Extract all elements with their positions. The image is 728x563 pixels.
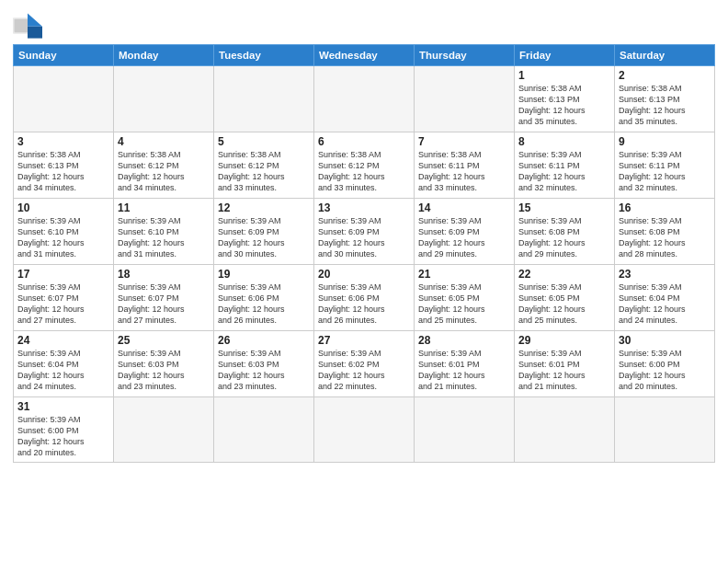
day-info: Sunrise: 5:39 AMSunset: 6:02 PMDaylight:… — [318, 348, 410, 393]
day-number: 14 — [418, 201, 510, 214]
calendar-cell: 1Sunrise: 5:38 AMSunset: 6:13 PMDaylight… — [515, 66, 615, 132]
calendar-cell — [314, 66, 415, 132]
day-number: 25 — [118, 334, 210, 347]
calendar-cell: 17Sunrise: 5:39 AMSunset: 6:07 PMDayligh… — [14, 265, 114, 331]
day-info: Sunrise: 5:39 AMSunset: 6:04 PMDaylight:… — [17, 348, 109, 393]
calendar-cell — [515, 397, 615, 463]
day-info: Sunrise: 5:38 AMSunset: 6:11 PMDaylight:… — [418, 149, 510, 194]
day-info: Sunrise: 5:39 AMSunset: 6:03 PMDaylight:… — [218, 348, 310, 393]
calendar-cell — [114, 397, 214, 463]
col-header-thursday: Thursday — [415, 45, 515, 66]
day-number: 21 — [418, 268, 510, 281]
calendar-cell: 12Sunrise: 5:39 AMSunset: 6:09 PMDayligh… — [214, 199, 314, 265]
calendar-cell: 23Sunrise: 5:39 AMSunset: 6:04 PMDayligh… — [615, 265, 715, 331]
day-number: 11 — [118, 201, 210, 214]
day-info: Sunrise: 5:39 AMSunset: 6:10 PMDaylight:… — [118, 215, 210, 260]
calendar-cell: 19Sunrise: 5:39 AMSunset: 6:06 PMDayligh… — [214, 265, 314, 331]
calendar-cell — [314, 397, 415, 463]
calendar-cell: 18Sunrise: 5:39 AMSunset: 6:07 PMDayligh… — [114, 265, 214, 331]
day-info: Sunrise: 5:39 AMSunset: 6:04 PMDaylight:… — [619, 282, 711, 327]
day-number: 10 — [17, 201, 109, 214]
calendar-cell — [415, 66, 515, 132]
calendar-cell: 6Sunrise: 5:38 AMSunset: 6:12 PMDaylight… — [314, 132, 415, 199]
svg-marker-3 — [28, 27, 42, 39]
day-number: 12 — [218, 201, 310, 214]
day-info: Sunrise: 5:39 AMSunset: 6:06 PMDaylight:… — [318, 282, 410, 327]
calendar-cell — [14, 66, 114, 132]
page: SundayMondayTuesdayWednesdayThursdayFrid… — [0, 0, 728, 472]
day-number: 3 — [17, 135, 109, 148]
day-info: Sunrise: 5:39 AMSunset: 6:01 PMDaylight:… — [418, 348, 510, 393]
calendar-cell: 2Sunrise: 5:38 AMSunset: 6:13 PMDaylight… — [615, 66, 715, 132]
day-info: Sunrise: 5:38 AMSunset: 6:12 PMDaylight:… — [218, 149, 310, 194]
svg-marker-2 — [28, 13, 42, 26]
calendar-cell: 13Sunrise: 5:39 AMSunset: 6:09 PMDayligh… — [314, 199, 415, 265]
day-info: Sunrise: 5:38 AMSunset: 6:13 PMDaylight:… — [619, 83, 711, 128]
day-info: Sunrise: 5:39 AMSunset: 6:08 PMDaylight:… — [518, 215, 610, 260]
calendar-row: 10Sunrise: 5:39 AMSunset: 6:10 PMDayligh… — [14, 199, 715, 265]
header — [13, 9, 715, 39]
day-info: Sunrise: 5:38 AMSunset: 6:12 PMDaylight:… — [318, 149, 410, 194]
calendar-cell — [415, 397, 515, 463]
calendar-cell: 4Sunrise: 5:38 AMSunset: 6:12 PMDaylight… — [114, 132, 214, 199]
calendar-header-row: SundayMondayTuesdayWednesdayThursdayFrid… — [14, 45, 715, 66]
col-header-wednesday: Wednesday — [314, 45, 415, 66]
day-number: 27 — [318, 334, 410, 347]
day-info: Sunrise: 5:39 AMSunset: 6:00 PMDaylight:… — [17, 414, 109, 459]
day-info: Sunrise: 5:39 AMSunset: 6:09 PMDaylight:… — [318, 215, 410, 260]
logo — [13, 13, 46, 39]
day-info: Sunrise: 5:39 AMSunset: 6:05 PMDaylight:… — [418, 282, 510, 327]
calendar-cell: 3Sunrise: 5:38 AMSunset: 6:13 PMDaylight… — [14, 132, 114, 199]
day-number: 16 — [619, 201, 711, 214]
day-info: Sunrise: 5:39 AMSunset: 6:06 PMDaylight:… — [218, 282, 310, 327]
day-info: Sunrise: 5:39 AMSunset: 6:07 PMDaylight:… — [118, 282, 210, 327]
calendar-cell — [114, 66, 214, 132]
day-number: 28 — [418, 334, 510, 347]
calendar-cell: 10Sunrise: 5:39 AMSunset: 6:10 PMDayligh… — [14, 199, 114, 265]
day-info: Sunrise: 5:39 AMSunset: 6:05 PMDaylight:… — [518, 282, 610, 327]
calendar-row: 24Sunrise: 5:39 AMSunset: 6:04 PMDayligh… — [14, 331, 715, 397]
day-number: 24 — [17, 334, 109, 347]
calendar-cell: 22Sunrise: 5:39 AMSunset: 6:05 PMDayligh… — [515, 265, 615, 331]
day-number: 13 — [318, 201, 410, 214]
calendar-cell: 11Sunrise: 5:39 AMSunset: 6:10 PMDayligh… — [114, 199, 214, 265]
day-number: 17 — [17, 268, 109, 281]
day-number: 22 — [518, 268, 610, 281]
day-info: Sunrise: 5:39 AMSunset: 6:08 PMDaylight:… — [619, 215, 711, 260]
day-number: 20 — [318, 268, 410, 281]
calendar-cell: 25Sunrise: 5:39 AMSunset: 6:03 PMDayligh… — [114, 331, 214, 397]
calendar-cell: 26Sunrise: 5:39 AMSunset: 6:03 PMDayligh… — [214, 331, 314, 397]
day-info: Sunrise: 5:39 AMSunset: 6:01 PMDaylight:… — [518, 348, 610, 393]
calendar-cell: 31Sunrise: 5:39 AMSunset: 6:00 PMDayligh… — [14, 397, 114, 463]
day-number: 9 — [619, 135, 711, 148]
day-info: Sunrise: 5:39 AMSunset: 6:09 PMDaylight:… — [418, 215, 510, 260]
day-info: Sunrise: 5:38 AMSunset: 6:13 PMDaylight:… — [17, 149, 109, 194]
day-info: Sunrise: 5:39 AMSunset: 6:03 PMDaylight:… — [118, 348, 210, 393]
day-number: 2 — [619, 69, 711, 82]
calendar-cell: 7Sunrise: 5:38 AMSunset: 6:11 PMDaylight… — [415, 132, 515, 199]
logo-icon — [13, 13, 42, 39]
col-header-saturday: Saturday — [615, 45, 715, 66]
calendar-cell: 15Sunrise: 5:39 AMSunset: 6:08 PMDayligh… — [515, 199, 615, 265]
day-number: 5 — [218, 135, 310, 148]
calendar-cell: 20Sunrise: 5:39 AMSunset: 6:06 PMDayligh… — [314, 265, 415, 331]
calendar-cell: 29Sunrise: 5:39 AMSunset: 6:01 PMDayligh… — [515, 331, 615, 397]
calendar-cell: 5Sunrise: 5:38 AMSunset: 6:12 PMDaylight… — [214, 132, 314, 199]
col-header-sunday: Sunday — [14, 45, 114, 66]
calendar-cell — [214, 397, 314, 463]
day-info: Sunrise: 5:38 AMSunset: 6:12 PMDaylight:… — [118, 149, 210, 194]
col-header-monday: Monday — [114, 45, 214, 66]
day-number: 19 — [218, 268, 310, 281]
day-number: 26 — [218, 334, 310, 347]
day-number: 6 — [318, 135, 410, 148]
day-number: 23 — [619, 268, 711, 281]
calendar-cell: 8Sunrise: 5:39 AMSunset: 6:11 PMDaylight… — [515, 132, 615, 199]
day-info: Sunrise: 5:38 AMSunset: 6:13 PMDaylight:… — [518, 83, 610, 128]
day-info: Sunrise: 5:39 AMSunset: 6:10 PMDaylight:… — [17, 215, 109, 260]
day-number: 29 — [518, 334, 610, 347]
day-number: 30 — [619, 334, 711, 347]
day-number: 1 — [518, 69, 610, 82]
day-number: 31 — [17, 400, 109, 413]
day-number: 4 — [118, 135, 210, 148]
col-header-tuesday: Tuesday — [214, 45, 314, 66]
